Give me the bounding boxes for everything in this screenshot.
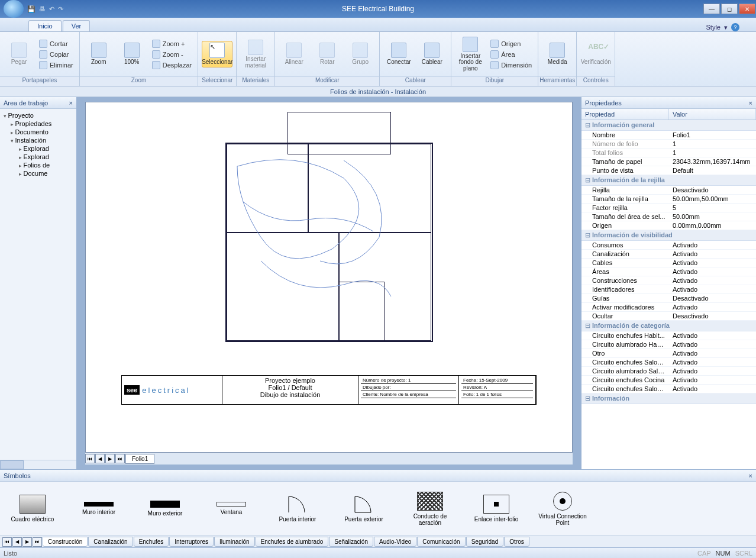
insertar-fondo-button[interactable]: Insertar fondo de plano: [455, 35, 486, 74]
folio-next-button[interactable]: ▶: [105, 454, 115, 463]
zoomminus-button[interactable]: Zoom -: [150, 50, 195, 59]
prop-cables[interactable]: CablesActivado: [581, 259, 756, 267]
symtab-comunicacion[interactable]: Comunicación: [417, 537, 465, 547]
minimize-button[interactable]: —: [703, 4, 720, 14]
symtab-senalizacion[interactable]: Señalización: [329, 537, 373, 547]
sym-muro-interior[interactable]: Muro interior: [72, 502, 125, 515]
symtab-otros[interactable]: Otros: [504, 537, 529, 547]
desplazar-button[interactable]: Desplazar: [150, 60, 195, 70]
prop-ocultar[interactable]: OcultarDesactivado: [581, 312, 756, 321]
eliminar-button[interactable]: Eliminar: [37, 60, 76, 70]
rotar-button[interactable]: Rotar: [312, 41, 343, 67]
sym-puerta-exterior[interactable]: Puerta exterior: [337, 495, 390, 522]
sym-puerta-interior[interactable]: Puerta interior: [271, 495, 324, 522]
tree-explorad2[interactable]: Explorad: [1, 153, 75, 161]
symtab-enchufes[interactable]: Enchufes: [134, 537, 169, 547]
qat-undo-icon[interactable]: ↶: [49, 5, 54, 13]
symtab-enchalum[interactable]: Enchufes de alumbrado: [256, 537, 329, 547]
prop-canal[interactable]: CanalizaciónActivado: [581, 250, 756, 259]
tree-explorad1[interactable]: Explorad: [1, 144, 75, 153]
style-menu[interactable]: Style ▾ ?: [706, 23, 756, 31]
grupo-button[interactable]: Grupo: [345, 41, 376, 67]
prop-ident[interactable]: IdentificadoresActivado: [581, 285, 756, 294]
section-info[interactable]: Información: [581, 393, 756, 404]
symtab-interruptores[interactable]: Interruptores: [169, 537, 214, 547]
section-visibilidad[interactable]: Información de visibilidad: [581, 230, 756, 241]
prop-consumos[interactable]: ConsumosActivado: [581, 241, 756, 250]
qat-print-icon[interactable]: 🖶: [39, 5, 46, 13]
symtab-iluminacion[interactable]: Iluminación: [214, 537, 255, 547]
workarea-close-icon[interactable]: ×: [69, 99, 73, 107]
copiar-button[interactable]: Copiar: [37, 50, 76, 59]
tree-proyecto[interactable]: Proyecto: [1, 111, 75, 120]
folio-prev-button[interactable]: ◀: [95, 454, 105, 463]
tree-folios[interactable]: Folios de: [1, 161, 75, 169]
zoom-button[interactable]: Zoom: [83, 41, 114, 67]
prop-areas[interactable]: ÁreasActivado: [581, 267, 756, 276]
tree-documentos[interactable]: Documento: [1, 128, 75, 136]
tree-instalacion[interactable]: Instalación: [1, 136, 75, 144]
workarea-hscroll[interactable]: [0, 460, 76, 469]
prop-casal[interactable]: Circuito alumbrado Salo...Activado: [581, 367, 756, 376]
drawing-canvas[interactable]: seeelectrical Proyecto ejemplo Folio1 / …: [85, 102, 573, 453]
app-orb-button[interactable]: [4, 0, 24, 18]
folio-tab[interactable]: Folio1: [125, 454, 154, 464]
conectar-button[interactable]: Conectar: [383, 41, 414, 67]
properties-body[interactable]: Información general NombreFolio1 Número …: [581, 120, 756, 469]
tree-propiedades[interactable]: Propiedades: [1, 120, 75, 128]
symtab-audiovideo[interactable]: Audio-Video: [374, 537, 416, 547]
tree-docume[interactable]: Docume: [1, 169, 75, 178]
qat-redo-icon[interactable]: ↷: [58, 5, 63, 13]
symtab-first[interactable]: ⏮: [2, 537, 12, 547]
folio-first-button[interactable]: ⏮: [85, 454, 95, 463]
seleccionar-button[interactable]: ↖Seleccionar: [202, 41, 232, 67]
close-button[interactable]: ✕: [739, 4, 755, 14]
qat-save-icon[interactable]: 💾: [27, 5, 35, 13]
tab-ver[interactable]: Ver: [63, 20, 91, 31]
cortar-button[interactable]: Cortar: [37, 39, 76, 49]
symbols-close-icon[interactable]: ×: [749, 472, 752, 479]
maximize-button[interactable]: ◻: [721, 4, 738, 14]
cablear-button[interactable]: Cablear: [416, 41, 447, 67]
symtab-next[interactable]: ▶: [22, 537, 32, 547]
prop-nombre[interactable]: NombreFolio1: [581, 131, 756, 140]
section-categoria[interactable]: Información de categoría: [581, 321, 756, 331]
prop-papel[interactable]: Tamaño de papel23043.32mm,16397.14mm: [581, 157, 756, 166]
prop-activmod[interactable]: Activar modificadoresActivado: [581, 303, 756, 312]
prop-tamrej[interactable]: Tamaño de la rejilla50.00mm,50.00mm: [581, 195, 756, 204]
symtab-construccion[interactable]: Construcción: [43, 537, 88, 547]
prop-tamsel[interactable]: Tamaño del área de sel...50.00mm: [581, 212, 756, 221]
origen-button[interactable]: Origen: [488, 39, 534, 49]
folio-last-button[interactable]: ⏭: [115, 454, 125, 463]
area-button[interactable]: Área: [488, 50, 534, 59]
symtab-prev[interactable]: ◀: [12, 537, 22, 547]
sym-cuadro[interactable]: Cuadro eléctrico: [6, 495, 59, 522]
sym-vcp[interactable]: Virtual Connection Point: [536, 492, 589, 526]
help-icon[interactable]: ?: [731, 23, 739, 31]
symtab-last[interactable]: ⏭: [33, 537, 42, 547]
prop-otro[interactable]: OtroActivado: [581, 349, 756, 358]
zoom100-button[interactable]: 100%: [117, 41, 147, 67]
tab-inicio[interactable]: Inicio: [28, 20, 62, 31]
section-general[interactable]: Información general: [581, 120, 756, 131]
prop-cesal[interactable]: Circuito enchufes Salon...Activado: [581, 385, 756, 393]
prop-constr[interactable]: ConstruccionesActivado: [581, 276, 756, 285]
prop-factor[interactable]: Factor rejilla5: [581, 204, 756, 212]
prop-guias[interactable]: GuíasDesactivado: [581, 294, 756, 303]
dimension-button[interactable]: Dimensión: [488, 60, 534, 70]
prop-ces1[interactable]: Circuito enchufes Salon 1Activado: [581, 358, 756, 367]
sym-conducto[interactable]: Conducto de aeración: [403, 492, 457, 526]
sym-muro-exterior[interactable]: Muro exterior: [138, 501, 192, 517]
sym-ventana[interactable]: Ventana: [205, 502, 258, 515]
symtab-seguridad[interactable]: Seguridad: [466, 537, 504, 547]
verificacion-button[interactable]: ABC✓Verificación: [580, 41, 611, 67]
alinear-button[interactable]: Alinear: [279, 41, 309, 67]
prop-cehab[interactable]: Circuito enchufes Habit...Activado: [581, 331, 756, 340]
prop-rejilla[interactable]: RejillaDesactivado: [581, 186, 756, 195]
prop-punto[interactable]: Punto de vistaDefault: [581, 166, 756, 175]
zoomplus-button[interactable]: Zoom +: [150, 39, 195, 49]
section-rejilla[interactable]: Información de la rejilla: [581, 175, 756, 186]
symtab-canalizacion[interactable]: Canalización: [88, 537, 133, 547]
properties-close-icon[interactable]: ×: [749, 99, 752, 107]
prop-cecoc[interactable]: Circuito enchufes CocinaActivado: [581, 376, 756, 385]
